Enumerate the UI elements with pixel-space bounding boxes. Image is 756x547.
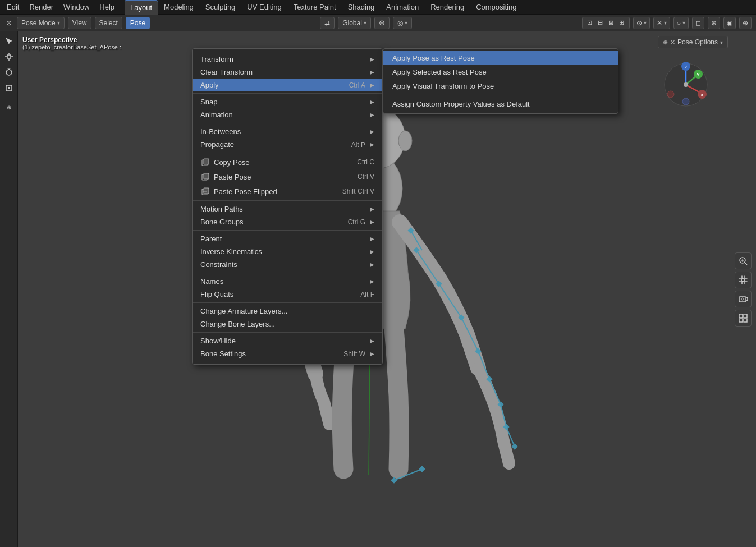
snap-btn[interactable]: ⊕ [374,17,390,29]
tab-layout[interactable]: Layout [125,0,158,15]
proportional-arrow: ▾ [405,20,407,26]
menu-item-armature-layers[interactable]: Change Armature Layers... [193,305,382,318]
select-menu[interactable]: Select [95,17,122,29]
menu-section-inbetweens: In-Betweens ▶ Propagate Alt P ▶ [193,123,382,153]
menu-item-transform[interactable]: Transform ▶ [193,53,382,66]
pose-options-button[interactable]: ⊕ ✕ Pose Options ▾ [658,36,728,48]
transform-btn[interactable]: ⇄ [320,17,335,29]
menu-item-constraints[interactable]: Constraints ▶ [193,258,382,271]
menu-item-bone-groups[interactable]: Bone Groups Ctrl G ▶ [193,215,382,228]
tb-icon-3[interactable]: ⊠ [606,18,616,28]
zoom-icon-btn[interactable] [735,252,752,269]
menu-item-apply[interactable]: Apply Ctrl A ▶ [193,79,382,91]
menu-item-paste-flipped[interactable]: Paste Pose Flipped Shift Ctrl V [193,184,382,199]
menu-item-bone-settings[interactable]: Bone Settings Shift W ▶ [193,347,382,360]
pivot-selector[interactable]: Global ▾ [338,17,371,29]
nj-icon: ⊕ [663,39,668,46]
x-close-icon: ✕ [670,39,675,46]
copy-pose-shortcut: Ctrl C [357,158,374,166]
menu-item-parent[interactable]: Parent ▶ [193,232,382,245]
svg-rect-57 [204,159,209,164]
proportional-btn[interactable]: ◎ ▾ [393,17,412,29]
mode-selector[interactable]: Pose Mode ▾ [17,17,65,29]
pose-options-arrow: ▾ [720,39,723,45]
apply-selected-rest-pose[interactable]: Apply Selected as Rest Pose [383,65,618,79]
viewport-gizmo[interactable]: Z X Y [661,59,711,110]
rotate-tool[interactable] [2,65,16,80]
tab-texture-paint[interactable]: Texture Paint [288,0,342,15]
menu-item-snap[interactable]: Snap ▶ [193,95,382,108]
parent-arrow: ▶ [370,236,374,242]
tab-uv-editing[interactable]: UV Editing [241,0,287,15]
menu-window[interactable]: Window [59,2,94,12]
select-tool[interactable] [2,34,16,48]
pan-icon-btn[interactable] [735,272,752,288]
extras-btn-5[interactable]: ⊕ [708,17,720,29]
paste-flipped-shortcut: Shift Ctrl V [342,187,374,195]
tab-modeling[interactable]: Modeling [158,0,199,15]
menu-render[interactable]: Render [25,2,58,12]
tb-icon-1[interactable]: ⊡ [585,18,595,28]
svg-rect-54 [739,319,743,322]
extras-btn-3[interactable]: ○▾ [673,17,689,29]
viewport-info: User Perspective (1) zepeto_creatorBaseS… [22,36,121,50]
camera-icon-btn[interactable] [735,291,752,307]
ik-arrow: ▶ [370,249,374,255]
svg-point-10 [398,131,412,151]
object-name-label: (1) zepeto_creatorBaseSet_APose : [22,44,121,50]
svg-point-43 [682,98,689,105]
workspace-tabs: Layout Modeling Sculpting UV Editing Tex… [125,0,522,15]
tb-icon-4[interactable]: ⊞ [617,18,627,28]
transform-tool[interactable] [2,49,16,64]
names-label: Names [200,277,223,286]
menu-item-names[interactable]: Names ▶ [193,275,382,288]
tab-rendering[interactable]: Rendering [425,0,470,15]
top-menubar: Edit Render Window Help Layout Modeling … [0,0,756,15]
menu-section-rig: Parent ▶ Inverse Kinematics ▶ Constraint… [193,231,382,273]
extras-btn-6[interactable]: ◉ [723,17,736,29]
menu-item-paste-pose[interactable]: Paste Pose Ctrl V [193,169,382,184]
menu-item-inverse-kinematics[interactable]: Inverse Kinematics ▶ [193,245,382,258]
menu-item-motion-paths[interactable]: Motion Paths ▶ [193,203,382,215]
extras-btn-1[interactable]: ⊙▾ [633,17,650,29]
in-betweens-arrow: ▶ [370,128,374,135]
menu-item-propagate[interactable]: Propagate Alt P ▶ [193,138,382,151]
tb-icon-2[interactable]: ⊟ [595,18,606,28]
svg-rect-52 [739,314,743,318]
bone-groups-arrow: ▶ [370,219,374,225]
menu-item-in-betweens[interactable]: In-Betweens ▶ [193,125,382,138]
tab-animation[interactable]: Animation [381,0,424,15]
menu-item-animation[interactable]: Animation ▶ [193,108,382,121]
bone-groups-shortcut: Ctrl G [348,218,365,226]
tab-compositing[interactable]: Compositing [470,0,522,15]
grid-icon-btn[interactable] [735,310,752,327]
extras-btn-4[interactable]: ◻ [692,17,704,29]
svg-point-49 [741,278,745,282]
snap-arrow: ▶ [370,99,374,105]
menu-item-clear-transform[interactable]: Clear Transform ▶ [193,66,382,79]
menu-help[interactable]: Help [95,2,119,12]
menu-item-copy-pose[interactable]: Copy Pose Ctrl C [193,155,382,169]
all-transform-tool[interactable]: ⊕ [2,100,16,114]
menu-edit[interactable]: Edit [2,2,24,12]
svg-line-46 [745,263,747,265]
extras-btn-7[interactable]: ⊕ [739,17,752,29]
menu-section-copy-paste: Copy Pose Ctrl C Paste Pose [193,153,382,201]
animation-label: Animation [200,111,233,119]
pose-menu-btn[interactable]: Pose [126,17,150,29]
apply-rest-pose[interactable]: Apply Pose as Rest Pose [383,51,618,65]
view-menu[interactable]: View [68,17,91,29]
assign-custom-property[interactable]: Assign Custom Property Values as Default [383,97,618,111]
scale-tool[interactable] [2,81,16,95]
tab-shading[interactable]: Shading [342,0,381,15]
tab-sculpting[interactable]: Sculpting [200,0,241,15]
extras-btn-2[interactable]: ✕▾ [653,17,670,29]
menu-item-flip-quats[interactable]: Flip Quats Alt F [193,288,382,301]
apply-visual-transform[interactable]: Apply Visual Transform to Pose [383,79,618,93]
propagate-arrow: ▶ [370,141,374,148]
menu-item-show-hide[interactable]: Show/Hide ▶ [193,334,382,347]
viewport[interactable]: User Perspective (1) zepeto_creatorBaseS… [18,31,756,547]
armature-layers-label: Change Armature Layers... [200,307,287,315]
menu-item-bone-layers[interactable]: Change Bone Layers... [193,318,382,330]
propagate-shortcut: Alt P [351,141,365,149]
